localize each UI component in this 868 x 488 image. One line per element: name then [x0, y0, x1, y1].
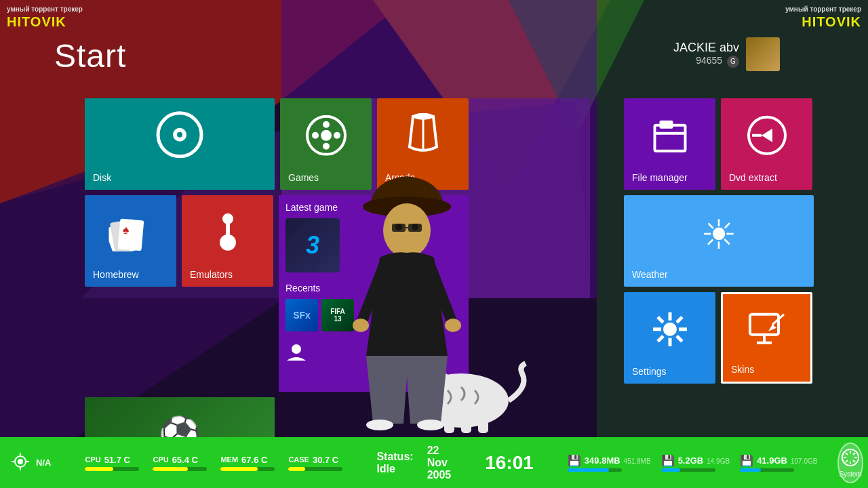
storage3-bar [740, 468, 794, 472]
cpu1-value: 51.7 C [104, 455, 130, 465]
mem-bar-fill [220, 467, 257, 471]
svg-rect-23 [117, 218, 144, 251]
svg-rect-31 [659, 120, 673, 128]
storage1-bar-fill [568, 468, 610, 472]
system-label: System [839, 470, 861, 478]
svg-point-14 [323, 121, 330, 127]
svg-marker-33 [762, 128, 772, 142]
storage2-bar-fill [661, 468, 680, 472]
na-section: N/A [36, 458, 51, 468]
games-icon [306, 115, 347, 163]
watermark-left: умный торрент трекер HITOVIK [7, 5, 83, 30]
mem-value: 67.6 C [241, 455, 267, 465]
svg-point-18 [321, 129, 332, 140]
skins-icon [747, 310, 787, 356]
storage1-total: 451.8MB [624, 458, 651, 465]
case-bar [288, 467, 342, 471]
svg-point-71 [18, 459, 23, 464]
storage-icon-1: 💾 [568, 454, 581, 467]
recents-row: SFx FIFA13 [285, 299, 462, 331]
logo-left: HITOVIK [7, 14, 83, 30]
status-idle-label: Status: Idle [376, 451, 413, 475]
tile-homebrew[interactable]: ♠ Homebrew [85, 195, 176, 287]
svg-line-42 [677, 317, 682, 322]
storage-2: 💾 5.2GB 14.9GB [661, 454, 730, 472]
mem-bar [220, 467, 275, 471]
tile-dvd-extract[interactable]: Dvd extract [721, 98, 812, 190]
svg-marker-48 [768, 324, 776, 331]
system-icon [841, 448, 860, 470]
svg-point-16 [312, 131, 319, 138]
disk-icon [156, 110, 203, 166]
case-section: CASE 30.7 C [288, 455, 342, 471]
storage3-total: 107.0GB [791, 458, 817, 465]
cpu2-value: 65.4 C [172, 455, 198, 465]
g-badge: G [727, 56, 739, 68]
weather-sun-icon: ☀ [701, 210, 737, 258]
tile-games[interactable]: Games [280, 98, 372, 190]
tile-arcade-label: Arcade [385, 172, 415, 183]
svg-line-41 [677, 336, 682, 341]
cpu1-label: CPU [85, 455, 100, 464]
tile-settings[interactable]: Settings [624, 292, 715, 384]
tiles-row-1: Disk Games [85, 98, 469, 190]
storage3-bar-fill [740, 468, 761, 472]
svg-line-81 [846, 453, 848, 455]
user-profile[interactable]: JACKIE abv 94655 G [673, 37, 780, 71]
cpu1-bar-fill [85, 467, 113, 471]
cpu2-label: CPU [153, 455, 168, 464]
na-label: N/A [36, 458, 51, 468]
tile-weather-label: Weather [632, 269, 668, 280]
file-manager-icon [651, 117, 688, 162]
dvd-extract-icon [747, 115, 787, 163]
tile-skins[interactable]: Skins [721, 292, 812, 384]
watermark-small-right: умный торрент трекер [785, 5, 861, 14]
svg-point-64 [426, 383, 431, 388]
status-center: Status: Idle [376, 451, 413, 475]
user-score: 94655 G [673, 55, 739, 68]
system-button[interactable]: System [837, 443, 863, 483]
tile-settings-label: Settings [632, 366, 667, 377]
svg-point-35 [663, 322, 677, 336]
recents-title: Recents [285, 283, 462, 293]
storage1-bar [568, 468, 622, 472]
settings-icon [650, 308, 690, 357]
tile-disk[interactable]: Disk [85, 98, 275, 190]
cpu2-bar [153, 467, 207, 471]
svg-point-27 [222, 213, 233, 224]
user-info: JACKIE abv 94655 G [673, 41, 739, 68]
svg-line-43 [658, 336, 663, 341]
cpu1-section: CPU 51.7 C [85, 455, 139, 471]
tile-file-manager[interactable]: File manager [624, 98, 715, 190]
latest-game-title: Latest game [285, 202, 462, 213]
svg-rect-68 [461, 420, 471, 433]
cpu2-bar-fill [153, 467, 188, 471]
storage2-bar [661, 468, 715, 472]
watermark-right: умный торрент трекер HITOVIK [785, 5, 861, 30]
storage1-used: 349.8MB [585, 455, 620, 466]
tile-arcade[interactable]: Arcade [377, 98, 469, 190]
date-display: 22 Nov 2005 [427, 445, 452, 481]
user-name: JACKIE abv [673, 41, 739, 55]
emulators-icon [208, 211, 248, 260]
tile-games-label: Games [288, 172, 319, 183]
case-value: 30.7 C [313, 455, 338, 465]
svg-point-15 [323, 142, 330, 149]
start-title: Start [54, 37, 126, 75]
recent-game-2[interactable]: FIFA13 [321, 299, 354, 331]
tile-emulators[interactable]: Emulators [182, 195, 273, 287]
case-label: CASE [288, 455, 309, 464]
storage-1: 💾 349.8MB 451.8MB [568, 454, 651, 472]
svg-rect-29 [654, 125, 685, 150]
avatar [746, 37, 780, 71]
tile-weather[interactable]: ☀ Weather [624, 195, 814, 287]
right-row-1: File manager Dvd extract [624, 98, 814, 190]
svg-line-82 [853, 460, 855, 462]
storage-section: 💾 349.8MB 451.8MB 💾 5.2GB 14.9GB [568, 454, 818, 472]
svg-rect-67 [444, 420, 454, 433]
storage-3: 💾 41.9GB 107.0GB [740, 454, 817, 472]
svg-line-84 [846, 460, 848, 462]
game-thumbnail: 3 [285, 218, 340, 272]
homebrew-icon: ♠ [108, 214, 153, 259]
recent-game-1[interactable]: SFx [285, 299, 318, 331]
